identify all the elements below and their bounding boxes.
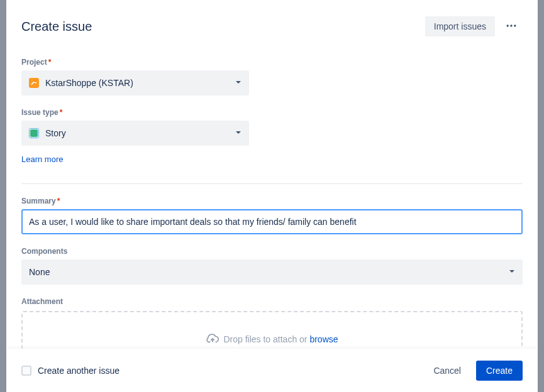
import-issues-button[interactable]: Import issues [425, 16, 495, 36]
dropzone-text: Drop files to attach or browse [223, 334, 338, 344]
learn-more-link[interactable]: Learn more [21, 155, 63, 164]
required-indicator: * [57, 197, 60, 205]
svg-point-2 [514, 24, 516, 26]
modal-footer: Create another issue Cancel Create [6, 349, 538, 392]
components-value: None [29, 267, 509, 277]
required-indicator: * [48, 58, 52, 67]
attachment-dropzone[interactable]: Drop files to attach or browse [21, 311, 523, 349]
project-label: Project* [21, 58, 523, 67]
components-field-group: Components None [21, 247, 523, 285]
project-select[interactable]: KstarShoppe (KSTAR) [21, 70, 249, 95]
issue-type-label: Issue type* [21, 108, 523, 117]
components-select[interactable]: None [21, 259, 523, 285]
browse-link[interactable]: browse [309, 334, 338, 344]
modal-body-wrapper: Project* KstarShoppe (KSTAR) Issue type* [6, 45, 538, 349]
create-another-checkbox[interactable]: Create another issue [21, 366, 119, 376]
create-another-label: Create another issue [38, 366, 119, 376]
section-divider [21, 183, 523, 184]
chevron-down-icon [235, 129, 241, 137]
more-options-button[interactable] [500, 15, 523, 38]
components-label: Components [21, 247, 523, 256]
project-field-group: Project* KstarShoppe (KSTAR) [21, 58, 523, 95]
modal-body[interactable]: Project* KstarShoppe (KSTAR) Issue type* [6, 45, 538, 349]
create-issue-modal: Create issue Import issues Project* Ksta… [6, 0, 538, 392]
checkbox-icon [21, 366, 31, 376]
attachment-label: Attachment [21, 297, 523, 306]
issue-type-field-group: Issue type* Story Learn more [21, 108, 523, 165]
svg-point-0 [507, 24, 509, 26]
upload-cloud-icon [206, 332, 219, 347]
summary-field-group: Summary* [21, 197, 523, 234]
issue-type-select[interactable]: Story [21, 121, 249, 146]
chevron-down-icon [235, 79, 241, 87]
modal-header: Create issue Import issues [6, 0, 538, 45]
summary-label: Summary* [21, 197, 523, 205]
summary-input[interactable] [21, 209, 523, 234]
cancel-button[interactable]: Cancel [425, 361, 470, 381]
issue-type-value: Story [45, 128, 235, 138]
svg-point-1 [510, 24, 512, 26]
more-icon [505, 19, 518, 34]
project-icon [29, 78, 39, 88]
story-icon [29, 128, 39, 138]
chevron-down-icon [509, 268, 515, 276]
create-button[interactable]: Create [476, 361, 523, 381]
project-value: KstarShoppe (KSTAR) [45, 78, 235, 88]
required-indicator: * [60, 108, 63, 117]
attachment-field-group: Attachment Drop files to attach or brows… [21, 297, 523, 349]
modal-title: Create issue [21, 19, 425, 34]
